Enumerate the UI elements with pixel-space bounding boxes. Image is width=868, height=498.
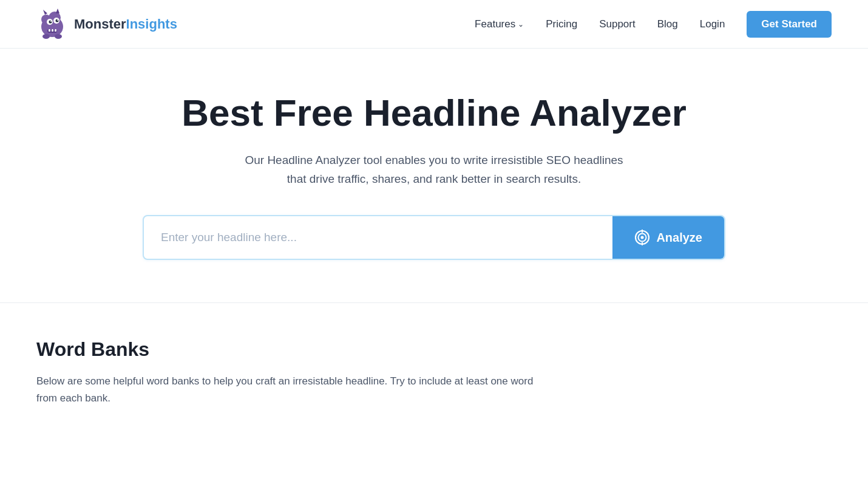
chevron-down-icon: ⌄	[518, 20, 524, 29]
nav-login[interactable]: Login	[700, 18, 725, 30]
svg-marker-10	[56, 9, 59, 13]
main-nav: Features ⌄ Pricing Support Blog Login Ge…	[475, 11, 832, 38]
svg-point-11	[42, 34, 50, 39]
headline-input[interactable]	[144, 216, 612, 259]
logo-text: MonsterInsights	[74, 16, 177, 32]
svg-point-7	[50, 21, 52, 22]
word-banks-description: Below are some helpful word banks to hel…	[36, 373, 534, 407]
logo-icon	[36, 9, 68, 40]
nav-features[interactable]: Features ⌄	[475, 18, 524, 30]
analyze-label: Analyze	[656, 231, 702, 245]
analyze-icon	[634, 230, 650, 245]
section-divider	[0, 302, 868, 303]
hero-title: Best Free Headline Analyzer	[181, 91, 687, 134]
svg-point-12	[55, 34, 62, 39]
svg-point-6	[56, 19, 59, 22]
logo-link[interactable]: MonsterInsights	[36, 9, 177, 40]
headline-search-box: Analyze	[143, 215, 725, 260]
svg-point-5	[49, 20, 52, 23]
svg-point-8	[57, 19, 58, 21]
nav-support[interactable]: Support	[599, 18, 636, 30]
svg-rect-16	[55, 29, 56, 32]
word-banks-section: Word Banks Below are some helpful word b…	[0, 309, 868, 407]
analyze-button[interactable]: Analyze	[612, 216, 724, 259]
svg-point-19	[641, 236, 644, 239]
nav-blog[interactable]: Blog	[657, 18, 678, 30]
nav-pricing[interactable]: Pricing	[546, 18, 577, 30]
word-banks-title: Word Banks	[36, 338, 832, 361]
svg-marker-9	[43, 10, 47, 15]
hero-subtitle: Our Headline Analyzer tool enables you t…	[240, 151, 628, 188]
site-header: MonsterInsights Features ⌄ Pricing Suppo…	[0, 0, 868, 49]
svg-rect-14	[49, 29, 50, 32]
svg-rect-15	[52, 29, 53, 32]
get-started-button[interactable]: Get Started	[747, 11, 832, 38]
hero-section: Best Free Headline Analyzer Our Headline…	[0, 49, 868, 296]
